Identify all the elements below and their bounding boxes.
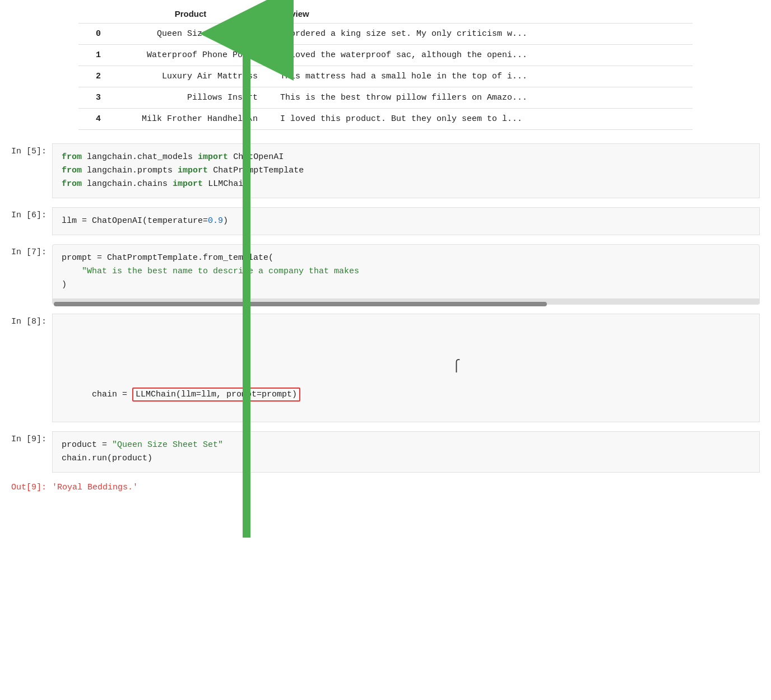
row-index: 4 bbox=[78, 109, 112, 130]
table-row: 4 Milk Frother Handheld\n I loved this p… bbox=[78, 109, 693, 130]
product-cell: Queen Size Sheet Set bbox=[112, 24, 269, 45]
product-cell: Pillows Insert bbox=[112, 87, 269, 109]
cell-7-label: In [7]: bbox=[0, 241, 52, 264]
output-label: Out[9]: bbox=[0, 480, 52, 494]
cell-9: In [9]: product = "Queen Size Sheet Set"… bbox=[0, 428, 771, 476]
index-header bbox=[78, 6, 112, 24]
review-cell: This mattress had a small hole in the to… bbox=[269, 66, 693, 87]
cell-9-label: In [9]: bbox=[0, 428, 52, 451]
review-cell: I loved the waterproof sac, although the… bbox=[269, 45, 693, 66]
review-cell: I ordered a king size set. My only criti… bbox=[269, 24, 693, 45]
cell-8-label: In [8]: bbox=[0, 310, 52, 333]
cell-6-label: In [6]: bbox=[0, 204, 52, 227]
cell-8-content[interactable]: ⎧ chain = LLMChain(llm=llm, prompt=promp… bbox=[52, 314, 760, 422]
output-row: Out[9]: 'Royal Beddings.' bbox=[0, 478, 771, 497]
product-review-table: Product Review 0 Queen Size Sheet Set I … bbox=[78, 6, 693, 130]
cell-8: In [8]: ⎧ chain = LLMChain(llm=llm, prom… bbox=[0, 310, 771, 426]
review-cell: I loved this product. But they only seem… bbox=[269, 109, 693, 130]
product-cell: Milk Frother Handheld\n bbox=[112, 109, 269, 130]
cell-9-content[interactable]: product = "Queen Size Sheet Set" chain.r… bbox=[52, 431, 760, 473]
cell-7-content[interactable]: prompt = ChatPromptTemplate.from_templat… bbox=[52, 244, 760, 299]
cell-5: In [5]: from langchain.chat_models impor… bbox=[0, 140, 771, 202]
cell-6: In [6]: llm = ChatOpenAI(temperature=0.9… bbox=[0, 204, 771, 239]
output-value: 'Royal Beddings.' bbox=[52, 480, 138, 494]
table-row: 2 Luxury Air Mattress This mattress had … bbox=[78, 66, 693, 87]
row-index: 3 bbox=[78, 87, 112, 109]
product-cell: Waterproof Phone Pouch bbox=[112, 45, 269, 66]
product-header: Product bbox=[112, 6, 269, 24]
cell-5-label: In [5]: bbox=[0, 140, 52, 163]
cell-6-content[interactable]: llm = ChatOpenAI(temperature=0.9) bbox=[52, 207, 760, 235]
product-cell: Luxury Air Mattress bbox=[112, 66, 269, 87]
cell-7: In [7]: prompt = ChatPromptTemplate.from… bbox=[0, 241, 771, 308]
cell-5-content[interactable]: from langchain.chat_models import ChatOp… bbox=[52, 143, 760, 198]
review-header: Review bbox=[269, 6, 693, 24]
data-table-section: Product Review 0 Queen Size Sheet Set I … bbox=[78, 6, 693, 130]
row-index: 2 bbox=[78, 66, 112, 87]
review-cell: This is the best throw pillow fillers on… bbox=[269, 87, 693, 109]
table-row: 1 Waterproof Phone Pouch I loved the wat… bbox=[78, 45, 693, 66]
table-row: 0 Queen Size Sheet Set I ordered a king … bbox=[78, 24, 693, 45]
row-index: 1 bbox=[78, 45, 112, 66]
row-index: 0 bbox=[78, 24, 112, 45]
table-row: 3 Pillows Insert This is the best throw … bbox=[78, 87, 693, 109]
